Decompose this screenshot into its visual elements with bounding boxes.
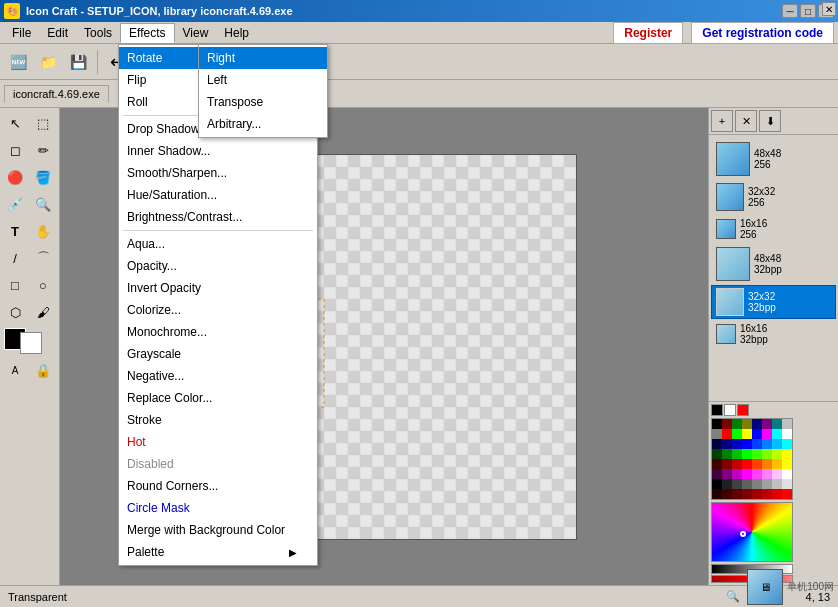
tool-hand[interactable]: ✋ bbox=[30, 218, 56, 244]
effects-menu-hue[interactable]: Hue/Saturation... bbox=[119, 184, 317, 206]
size-item-16x16-32bpp[interactable]: 16x1632bpp bbox=[711, 320, 836, 348]
swatch[interactable] bbox=[752, 429, 762, 439]
swatch[interactable] bbox=[762, 429, 772, 439]
swatch[interactable] bbox=[742, 469, 752, 479]
menu-edit[interactable]: Edit bbox=[39, 24, 76, 42]
rotate-left[interactable]: Left bbox=[199, 69, 327, 91]
swatch[interactable] bbox=[772, 479, 782, 489]
effects-menu-grayscale[interactable]: Grayscale bbox=[119, 343, 317, 365]
swatch-black[interactable] bbox=[711, 404, 723, 416]
tool-text[interactable]: T bbox=[2, 218, 28, 244]
swatch[interactable] bbox=[762, 489, 772, 499]
effects-menu-stroke[interactable]: Stroke bbox=[119, 409, 317, 431]
swatch[interactable] bbox=[712, 469, 722, 479]
menu-view[interactable]: View bbox=[175, 24, 217, 42]
tool-alpha[interactable]: A bbox=[2, 357, 28, 383]
swatch[interactable] bbox=[712, 479, 722, 489]
effects-menu-negative[interactable]: Negative... bbox=[119, 365, 317, 387]
tool-ellipse[interactable]: ○ bbox=[30, 272, 56, 298]
tool-fill[interactable]: 🪣 bbox=[30, 164, 56, 190]
swatch[interactable] bbox=[772, 429, 782, 439]
swatch[interactable] bbox=[772, 469, 782, 479]
tool-select[interactable]: ⬚ bbox=[30, 110, 56, 136]
effects-menu-colorize[interactable]: Colorize... bbox=[119, 299, 317, 321]
tool-pencil[interactable]: ✏ bbox=[30, 137, 56, 163]
tool-line[interactable]: / bbox=[2, 245, 28, 271]
swatch[interactable] bbox=[742, 439, 752, 449]
swatch[interactable] bbox=[732, 479, 742, 489]
rp-import-button[interactable]: ⬇ bbox=[759, 110, 781, 132]
size-item-48x48-32bpp[interactable]: 48x4832bpp bbox=[711, 244, 836, 284]
effects-menu-smooth[interactable]: Smooth/Sharpen... bbox=[119, 162, 317, 184]
swatch-white[interactable] bbox=[724, 404, 736, 416]
get-code-button[interactable]: Get registration code bbox=[691, 22, 834, 44]
swatch[interactable] bbox=[732, 469, 742, 479]
menu-tools[interactable]: Tools bbox=[76, 24, 120, 42]
swatch[interactable] bbox=[732, 489, 742, 499]
swatch[interactable] bbox=[732, 419, 742, 429]
minimize-button[interactable]: ─ bbox=[782, 4, 798, 18]
effects-menu-aqua[interactable]: Aqua... bbox=[119, 233, 317, 255]
open-button[interactable]: 📁 bbox=[34, 48, 62, 76]
swatch[interactable] bbox=[752, 449, 762, 459]
swatch[interactable] bbox=[722, 439, 732, 449]
swatch-red-active[interactable] bbox=[737, 404, 749, 416]
panel-close-button[interactable]: ✕ bbox=[822, 2, 836, 16]
swatch[interactable] bbox=[742, 459, 752, 469]
menu-help[interactable]: Help bbox=[216, 24, 257, 42]
swatch[interactable] bbox=[782, 479, 792, 489]
tool-special[interactable]: 🔒 bbox=[30, 357, 56, 383]
swatch[interactable] bbox=[752, 489, 762, 499]
tool-curve[interactable]: ⌒ bbox=[30, 245, 56, 271]
save-button[interactable]: 💾 bbox=[64, 48, 92, 76]
swatch[interactable] bbox=[712, 419, 722, 429]
swatch[interactable] bbox=[732, 429, 742, 439]
swatch[interactable] bbox=[742, 449, 752, 459]
effects-menu-circlemask[interactable]: Circle Mask bbox=[119, 497, 317, 519]
swatch[interactable] bbox=[742, 489, 752, 499]
swatch[interactable] bbox=[772, 419, 782, 429]
effects-menu-palette[interactable]: Palette ▶ bbox=[119, 541, 317, 563]
swatch[interactable] bbox=[742, 429, 752, 439]
new-button[interactable]: 🆕 bbox=[4, 48, 32, 76]
swatch[interactable] bbox=[782, 469, 792, 479]
swatch[interactable] bbox=[762, 469, 772, 479]
swatch[interactable] bbox=[782, 419, 792, 429]
swatch[interactable] bbox=[772, 439, 782, 449]
swatch[interactable] bbox=[762, 419, 772, 429]
swatch[interactable] bbox=[752, 479, 762, 489]
background-color[interactable] bbox=[20, 332, 42, 354]
swatch[interactable] bbox=[762, 459, 772, 469]
maximize-button[interactable]: □ bbox=[800, 4, 816, 18]
effects-menu-brightness[interactable]: Brightness/Contrast... bbox=[119, 206, 317, 228]
swatch[interactable] bbox=[782, 439, 792, 449]
swatch[interactable] bbox=[752, 459, 762, 469]
swatch[interactable] bbox=[782, 489, 792, 499]
menu-effects[interactable]: Effects bbox=[120, 23, 174, 43]
size-item-16x16-256[interactable]: 16x16256 bbox=[711, 215, 836, 243]
swatch[interactable] bbox=[732, 439, 742, 449]
swatch[interactable] bbox=[782, 459, 792, 469]
swatch[interactable] bbox=[722, 419, 732, 429]
effects-menu-hot[interactable]: Hot bbox=[119, 431, 317, 453]
swatch[interactable] bbox=[782, 429, 792, 439]
swatch[interactable] bbox=[722, 489, 732, 499]
swatch[interactable] bbox=[722, 479, 732, 489]
effects-menu-monochrome[interactable]: Monochrome... bbox=[119, 321, 317, 343]
swatch[interactable] bbox=[772, 489, 782, 499]
effects-menu-innershadow[interactable]: Inner Shadow... bbox=[119, 140, 317, 162]
rotate-arbitrary[interactable]: Arbitrary... bbox=[199, 113, 327, 135]
tool-arrow[interactable]: ↖ bbox=[2, 110, 28, 136]
swatch[interactable] bbox=[712, 429, 722, 439]
swatch[interactable] bbox=[712, 489, 722, 499]
swatch[interactable] bbox=[782, 449, 792, 459]
swatch[interactable] bbox=[712, 449, 722, 459]
swatch[interactable] bbox=[772, 449, 782, 459]
swatch[interactable] bbox=[722, 449, 732, 459]
rotate-transpose[interactable]: Transpose bbox=[199, 91, 327, 113]
swatch[interactable] bbox=[752, 419, 762, 429]
swatch[interactable] bbox=[762, 479, 772, 489]
swatch[interactable] bbox=[712, 459, 722, 469]
tool-brush[interactable]: 🖌 bbox=[30, 299, 56, 325]
tool-eyedrop[interactable]: 💉 bbox=[2, 191, 28, 217]
